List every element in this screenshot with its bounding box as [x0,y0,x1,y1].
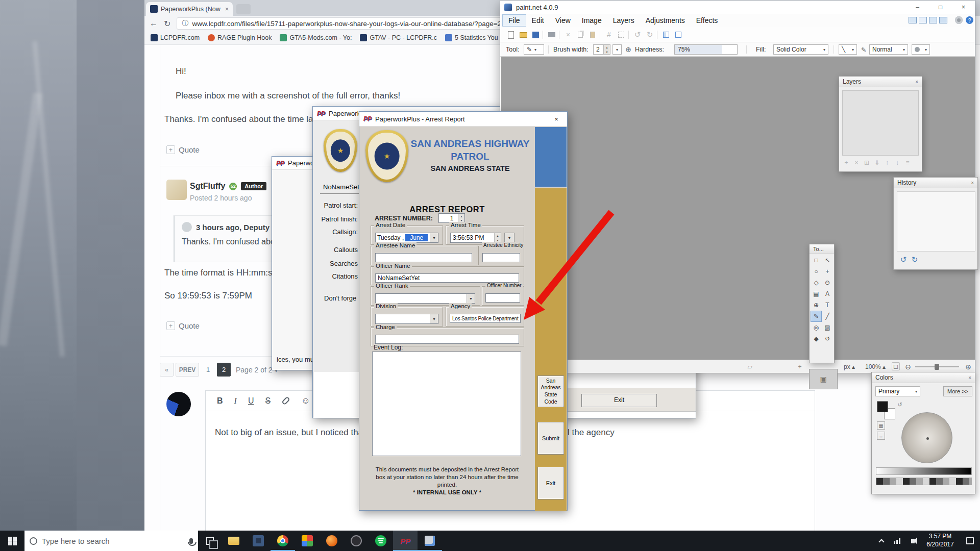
selection-combine-icon[interactable] [673,30,683,40]
chevron-down-icon[interactable]: ▾ [430,233,438,242]
browser-tab[interactable]: PaperworkPlus (Now sha × [146,2,233,16]
antialias-selector[interactable]: ╲▾ [839,44,857,55]
minimize-icon[interactable]: – [906,1,929,14]
officer-rank-combobox[interactable]: ▾ [375,293,475,304]
pagination-page-1[interactable]: 1 [201,363,215,377]
menu-edit[interactable]: Edit [526,15,550,26]
state-code-button[interactable]: San Andreas State Code [537,375,564,407]
network-tray-icon[interactable] [889,531,904,551]
panel-close-icon[interactable]: × [968,375,971,381]
units-selector[interactable]: px ▴ [844,363,855,370]
date-month-segment-selected[interactable]: June [405,234,428,241]
bookmark-gta5mods[interactable]: GTA5-Mods.com - Yo: [280,34,352,41]
pagination-page-2-active[interactable]: 2 [217,363,231,377]
zoom-fit-icon[interactable]: ◻ [892,362,900,370]
panel-close-icon[interactable]: × [915,79,918,85]
menu-view[interactable]: View [550,15,576,26]
refresh-icon[interactable]: ↻ [164,19,170,29]
line-tool-icon[interactable]: ╱ [822,311,833,322]
tab-close-icon[interactable]: × [225,6,229,13]
crop-icon[interactable]: # [604,30,614,40]
history-undo-icon[interactable]: ↺ [899,255,908,264]
media-app-taskbar-icon[interactable] [246,531,271,551]
paste-icon[interactable] [587,30,598,40]
color-target-selector[interactable]: Primary▾ [875,386,920,396]
bookmark-lcpdfr[interactable]: LCPDFR.com [151,34,200,41]
emoji-icon[interactable]: ☺ [301,396,310,406]
settings-gear-icon[interactable] [955,16,963,24]
magic-wand-tool-icon[interactable]: ▤ [811,288,822,299]
exit-button[interactable]: Exit [581,394,657,407]
close-icon[interactable]: × [546,112,567,126]
current-user-avatar[interactable] [166,392,191,416]
exit-button[interactable]: Exit [537,467,564,499]
rectangle-select-tool-icon[interactable]: □ [811,255,822,266]
bold-button[interactable]: B [217,396,223,406]
clone-stamp-tool-icon[interactable]: ▨ [822,322,833,333]
zoom-out-tool-icon[interactable]: ⊖ [822,277,833,288]
color-picker-tool-icon[interactable]: ◎ [811,322,822,333]
chevron-down-icon[interactable]: ▾ [467,294,475,303]
action-center-button[interactable] [960,531,980,551]
history-redo-icon[interactable]: ↻ [910,255,919,264]
color-wheel[interactable] [901,412,952,463]
submit-button[interactable]: Submit [537,422,564,455]
gray-gradient-strip[interactable] [876,467,972,475]
move-tool-icon[interactable]: ↖ [822,255,833,266]
tool-selector[interactable]: ✎▾ [524,44,544,55]
arrest-date-picker[interactable]: Tuesday , June ▾ [375,233,438,243]
shapes-tool-icon[interactable]: ◆ [811,333,822,344]
recolor-tool-icon[interactable]: ↺ [822,333,833,344]
history-panel-header[interactable]: History× [894,178,977,188]
quote-button[interactable]: + Quote [166,145,200,154]
move-layer-down-icon[interactable]: ↓ [892,158,902,168]
menu-image[interactable]: Image [576,15,607,26]
tools-panel-header[interactable]: To... [810,244,834,254]
swap-colors-icon[interactable]: ↺ [896,401,903,408]
palette-grid-icon[interactable]: ▦ [877,421,885,430]
dark-app-taskbar-icon[interactable] [344,531,369,551]
close-icon[interactable]: × [952,1,975,14]
taskbar-clock[interactable]: 3:57 PM 6/20/2017 [921,531,960,551]
menu-file[interactable]: File [502,14,526,27]
paint-bucket-tool-icon[interactable]: ⊕ [811,299,822,311]
underline-button[interactable]: U [248,396,254,406]
print-icon[interactable] [547,30,557,40]
primary-color-swatch[interactable] [877,401,888,412]
zoom-slider-thumb[interactable] [935,364,939,370]
deselect-icon[interactable] [616,30,626,40]
layer-properties-icon[interactable]: ≡ [902,158,913,168]
menu-effects[interactable]: Effects [691,15,724,26]
fill-selector[interactable]: Solid Color▾ [773,44,828,55]
search-input[interactable] [42,537,185,545]
bookmark-rage[interactable]: RAGE Plugin Hook [208,34,272,41]
volume-tray-icon[interactable] [904,531,921,551]
arrestee-name-input[interactable] [375,253,472,262]
taskbar-search[interactable] [24,531,198,551]
division-combobox[interactable]: ▾ [375,314,438,324]
menu-layers[interactable]: Layers [607,15,640,26]
copy-icon[interactable] [575,30,585,40]
panel-close-icon[interactable]: × [971,180,974,186]
reputation-badge[interactable]: 52 [229,183,237,190]
chevron-down-icon[interactable]: ▾ [430,314,438,323]
gradient-tool-icon[interactable]: T [822,299,833,311]
link-icon[interactable] [281,396,290,406]
merge-layer-icon[interactable]: ⇓ [872,158,882,168]
cut-icon[interactable]: × [563,30,573,40]
spinner[interactable]: ▴▾ [603,45,610,54]
text-tool-icon[interactable]: A [822,288,833,299]
paintnet-titlebar[interactable]: paint.net 4.0.9 – □ × [500,1,975,14]
pencil-tool-icon-selected[interactable]: ✎ [811,311,822,322]
colors-panel-header[interactable]: Colors× [872,372,975,383]
palette-swatch-row[interactable] [876,478,972,485]
spinner[interactable]: ▴▾ [458,214,464,222]
history-window-toggle-icon[interactable] [919,17,927,23]
layers-list[interactable] [842,90,919,156]
selection-mode-icon[interactable] [661,30,671,40]
strikethrough-button[interactable]: S [265,396,271,406]
open-file-icon[interactable] [518,30,528,40]
paintnet-taskbar-icon[interactable] [418,531,442,551]
pagination-prev-button[interactable]: PREV [176,363,199,377]
ellipse-select-tool-icon[interactable]: ◇ [811,277,822,288]
